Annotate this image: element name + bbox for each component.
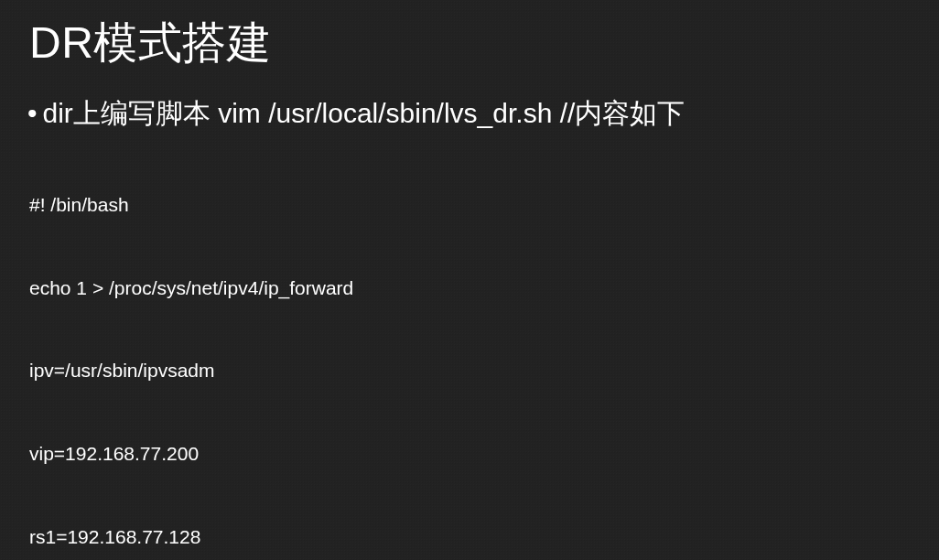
bullet-line: •dir上编写脚本 vim /usr/local/sbin/lvs_dr.sh …	[27, 95, 912, 131]
code-line: #! /bin/bash	[29, 191, 912, 219]
slide: DR模式搭建 •dir上编写脚本 vim /usr/local/sbin/lvs…	[0, 0, 939, 560]
code-line: echo 1 > /proc/sys/net/ipv4/ip_forward	[29, 275, 912, 302]
bullet-text: dir上编写脚本 vim /usr/local/sbin/lvs_dr.sh /…	[43, 98, 685, 128]
code-line: rs1=192.168.77.128	[29, 523, 912, 551]
slide-title: DR模式搭建	[29, 16, 912, 70]
script-codeblock: #! /bin/bash echo 1 > /proc/sys/net/ipv4…	[29, 136, 912, 560]
bullet-dot: •	[27, 95, 38, 131]
code-line: vip=192.168.77.200	[29, 440, 912, 468]
code-line: ipv=/usr/sbin/ipvsadm	[29, 357, 912, 384]
